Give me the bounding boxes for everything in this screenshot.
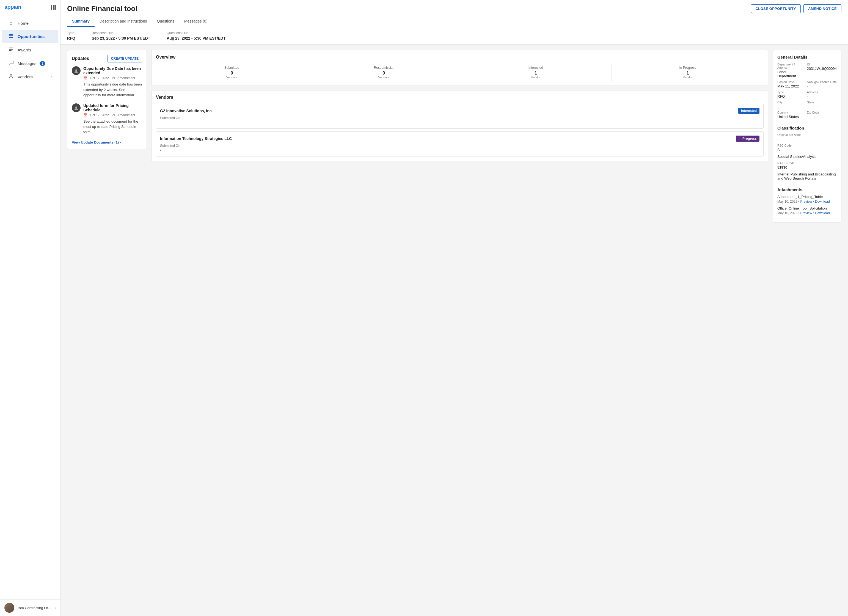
sidebar-item-home[interactable]: ⌂ Home <box>2 17 58 30</box>
attachment-meta: May 10, 2022 • Preview • Download <box>777 200 837 203</box>
opportunities-icon <box>8 33 14 40</box>
detail-id: ID 2031JW19Q00094 <box>807 63 837 78</box>
stat-submitted-sub: Vendors <box>157 76 307 79</box>
vendor-submitted-label: Submitted On <box>160 116 759 120</box>
stat-interested: Interested 1 Vendor <box>460 64 612 81</box>
svg-point-7 <box>76 69 77 71</box>
update-item: Opportunity Due Date has been extended 📅… <box>72 66 142 98</box>
update-title: Updated form for Pricing Schedule <box>83 103 142 112</box>
naics-code-value: 51930 <box>777 165 837 169</box>
svg-point-8 <box>76 107 77 108</box>
response-due-value: Sep 23, 2022 • 5:30 PM EST/EDT <box>92 36 150 40</box>
separator: • <box>798 200 801 203</box>
naics-desc-value: Internet Publishing and Broadcasting and… <box>777 172 837 180</box>
content-grid: Updates CREATE UPDATE Opportunity Due Da… <box>67 50 841 223</box>
attachment-download-link[interactable]: Download <box>815 200 830 203</box>
update-avatar <box>72 66 80 75</box>
stat-submitted: Submitted 0 Vendors <box>156 64 308 81</box>
update-item: Updated form for Pricing Schedule 📅 Oct … <box>72 103 142 135</box>
detail-sam-posted: SAM.gov Posted Date - <box>807 80 837 88</box>
content: Updates CREATE UPDATE Opportunity Due Da… <box>61 45 848 228</box>
sidebar-item-label: Vendors <box>18 74 33 79</box>
attachment-preview-link[interactable]: Preview <box>801 211 812 215</box>
zip-value: - <box>807 115 837 119</box>
address-value: - <box>807 94 837 98</box>
sidebar: appian ⌂ Home Opportunities <box>0 0 61 616</box>
main-area: Online Financial tool CLOSE OPPORTUNITY … <box>61 0 848 616</box>
overview-stats: Submitted 0 Vendors Resubmissi... 0 Vend… <box>156 64 763 81</box>
sidebar-nav: ⌂ Home Opportunities Awards Messages <box>0 14 60 599</box>
tab-summary[interactable]: Summary <box>67 16 95 27</box>
home-icon: ⌂ <box>8 20 14 26</box>
vendors-panel: Vendors G2 Innovative Solutions, Inc. In… <box>151 90 768 161</box>
vendor-name: Information Technology Strategies LLC <box>160 137 232 141</box>
updates-panel: Updates CREATE UPDATE Opportunity Due Da… <box>67 50 147 149</box>
stat-submitted-label: Submitted <box>157 66 307 70</box>
overview-panel: Overview Submitted 0 Vendors Resubmissi.… <box>151 50 768 86</box>
detail-state: State - <box>807 101 837 108</box>
id-label: ID <box>807 63 837 66</box>
tabs: Summary Description and Instructions Que… <box>67 16 841 27</box>
sidebar-item-opportunities[interactable]: Opportunities <box>2 30 58 43</box>
calendar-icon: 📅 <box>83 76 87 80</box>
general-details-title: General Details <box>777 55 837 59</box>
department-value: Labor, Department ... <box>777 70 804 78</box>
psc-code-value: B <box>777 148 837 152</box>
update-meta: 📅 Oct 17, 2022 🏷 Amendment <box>83 76 142 80</box>
update-body: This opportunity's due date has been ext… <box>83 82 142 98</box>
set-aside-value: - <box>777 137 837 141</box>
type-value: RFQ <box>67 36 76 40</box>
grid-icon[interactable] <box>51 4 56 10</box>
svg-rect-3 <box>9 47 13 48</box>
attachment-download-link[interactable]: Download <box>815 211 830 215</box>
messages-badge: 2 <box>40 61 45 66</box>
update-type: Amendment <box>117 113 135 117</box>
avatar-image <box>4 603 14 613</box>
amend-notice-button[interactable]: AMEND NOTICE <box>804 4 841 13</box>
detail-country: Country United States <box>777 111 804 119</box>
collapse-sidebar-icon[interactable]: ‹ <box>55 605 56 610</box>
questions-due-value: Aug 23, 2022 • 5:30 PM EST/EDT <box>167 36 225 40</box>
header-actions: CLOSE OPPORTUNITY AMEND NOTICE <box>751 4 841 13</box>
create-update-button[interactable]: CREATE UPDATE <box>108 55 142 62</box>
sidebar-item-awards[interactable]: Awards <box>2 43 58 56</box>
attachment-preview-link[interactable]: Preview <box>801 200 812 203</box>
chevron-right-icon: › <box>51 74 52 79</box>
sidebar-item-vendors[interactable]: Vendors › <box>2 70 58 83</box>
vendor-card: G2 Innovative Solutions, Inc. Interested… <box>156 104 763 129</box>
attachment-name: Attachment_1_Pricing_Table <box>777 195 837 199</box>
sidebar-footer[interactable]: Tom Contracting Offi... ‹ <box>0 599 60 616</box>
sidebar-header: appian <box>0 0 60 14</box>
sidebar-item-messages[interactable]: Messages 2 <box>2 57 58 70</box>
vendor-badge-interested: Interested <box>738 108 759 114</box>
attachment-item: Office_Online_Tool_Solicitation May 10, … <box>777 206 837 215</box>
svg-rect-4 <box>9 49 13 50</box>
detail-city: City - <box>777 101 804 108</box>
city-value: - <box>777 104 804 108</box>
attachment-meta: May 10, 2022 • Preview • Download <box>777 211 837 215</box>
svg-rect-5 <box>9 50 12 51</box>
detail-department: Department / Agency Labor, Department ..… <box>777 63 804 78</box>
tab-questions[interactable]: Questions <box>152 16 179 27</box>
svg-rect-0 <box>9 34 13 35</box>
divider <box>777 184 837 184</box>
amendment-icon: 🏷 <box>112 76 115 80</box>
view-update-docs-link[interactable]: View Update Documents (1) › <box>72 140 142 144</box>
stat-interested-label: Interested <box>461 66 611 70</box>
update-avatar <box>72 103 80 112</box>
update-date: Oct 17, 2022 <box>90 113 109 117</box>
page-title: Online Financial tool <box>67 4 138 13</box>
tab-description[interactable]: Description and Instructions <box>95 16 152 27</box>
vendor-card: Information Technology Strategies LLC In… <box>156 131 763 156</box>
type-label: Type <box>67 31 76 35</box>
meta-response-due: Response Due Sep 23, 2022 • 5:30 PM EST/… <box>92 31 150 40</box>
tab-messages[interactable]: Messages (0) <box>179 16 212 27</box>
stat-resubmission-sub: Vendors <box>309 76 459 79</box>
meta-bar: Type RFQ Response Due Sep 23, 2022 • 5:3… <box>61 27 848 45</box>
close-opportunity-button[interactable]: CLOSE OPPORTUNITY <box>751 4 801 13</box>
response-due-label: Response Due <box>92 31 150 35</box>
update-body: See the attached document for the most u… <box>83 119 142 135</box>
user-name: Tom Contracting Offi... <box>17 606 52 610</box>
vendor-name: G2 Innovative Solutions, Inc. <box>160 108 212 113</box>
psc-desc-value: Special Studies/Analysis <box>777 154 837 159</box>
